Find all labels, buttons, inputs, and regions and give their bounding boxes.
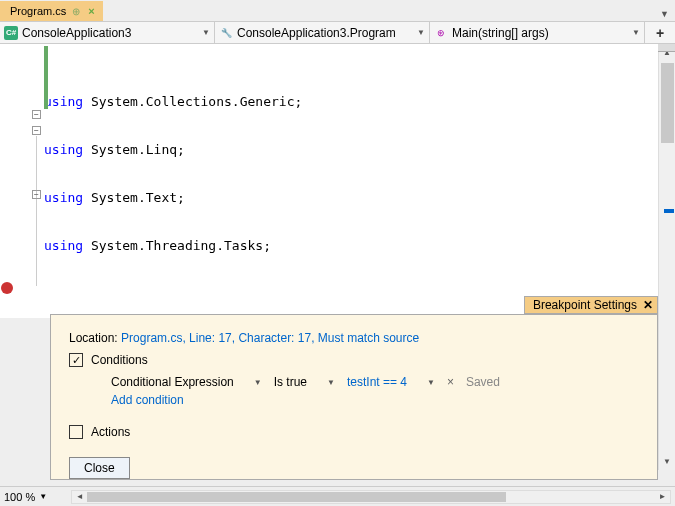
navigation-bar: C# ConsoleApplication3 ▼ 🔧 ConsoleApplic… — [0, 22, 675, 44]
caret-position-marker — [664, 209, 674, 213]
saved-label: Saved — [466, 375, 500, 389]
fold-line — [36, 136, 37, 286]
tab-close-icon[interactable]: × — [86, 5, 96, 17]
breakpoint-marker[interactable] — [1, 282, 13, 294]
nav-project-label: ConsoleApplication3 — [22, 26, 131, 40]
chevron-down-icon: ▼ — [202, 28, 210, 37]
panel-titlebar: Breakpoint Settings ✕ — [524, 296, 658, 314]
horizontal-scrollbar[interactable]: ◄ ► — [71, 490, 671, 504]
condition-row: Conditional Expression▼ Is true▼ testInt… — [111, 375, 639, 389]
chevron-down-icon: ▼ — [427, 378, 435, 387]
csharp-icon: C# — [4, 26, 18, 40]
condition-type-dropdown[interactable]: Conditional Expression▼ — [111, 375, 262, 389]
panel-body: Location: Program.cs, Line: 17, Characte… — [50, 314, 658, 480]
code-area[interactable]: using System.Collections.Generic; using … — [44, 44, 675, 318]
breakpoint-gutter[interactable] — [0, 44, 14, 318]
method-icon: ⊛ — [434, 26, 448, 40]
chevron-down-icon: ▼ — [632, 28, 640, 37]
outline-column: − − − — [14, 44, 44, 318]
scroll-thumb[interactable] — [661, 63, 674, 143]
class-icon: 🔧 — [219, 26, 233, 40]
pin-icon[interactable]: ⊕ — [72, 6, 80, 17]
file-tab[interactable]: Program.cs ⊕ × — [0, 1, 103, 21]
split-handle[interactable] — [658, 44, 675, 52]
chevron-down-icon: ▼ — [254, 378, 262, 387]
condition-expression-field[interactable]: testInt == 4▼ — [347, 375, 435, 389]
fold-toggle[interactable]: − — [32, 190, 41, 199]
close-button[interactable]: Close — [69, 457, 130, 479]
scroll-thumb[interactable] — [87, 492, 506, 502]
status-bar: 100 % ▼ ◄ ► — [0, 486, 675, 506]
conditions-label: Conditions — [91, 353, 148, 367]
chevron-down-icon: ▼ — [417, 28, 425, 37]
fold-toggle[interactable]: − — [32, 126, 41, 135]
location-line: Location: Program.cs, Line: 17, Characte… — [69, 331, 639, 345]
scroll-right-arrow[interactable]: ► — [655, 492, 670, 501]
tab-filename: Program.cs — [10, 5, 66, 17]
actions-checkbox[interactable] — [69, 425, 83, 439]
conditions-checkbox[interactable]: ✓ — [69, 353, 83, 367]
plus-icon: + — [656, 25, 664, 41]
vertical-scrollbar[interactable]: ▲ ▼ — [658, 44, 675, 470]
nav-project-dropdown[interactable]: C# ConsoleApplication3 ▼ — [0, 22, 215, 43]
tab-overflow-icon[interactable]: ▼ — [654, 7, 675, 21]
breakpoint-settings-panel: Breakpoint Settings ✕ Location: Program.… — [0, 296, 658, 480]
zoom-dropdown-icon[interactable]: ▼ — [39, 492, 47, 501]
chevron-down-icon: ▼ — [327, 378, 335, 387]
tab-bar: Program.cs ⊕ × ▼ — [0, 0, 675, 22]
add-condition-link[interactable]: Add condition — [111, 393, 639, 407]
condition-eval-dropdown[interactable]: Is true▼ — [274, 375, 335, 389]
scroll-down-arrow[interactable]: ▼ — [659, 453, 675, 470]
location-label: Location: — [69, 331, 121, 345]
conditions-checkbox-row: ✓ Conditions — [69, 353, 639, 367]
scroll-left-arrow[interactable]: ◄ — [72, 492, 87, 501]
change-indicator — [44, 46, 48, 109]
fold-toggle[interactable]: − — [32, 110, 41, 119]
location-link[interactable]: Program.cs, Line: 17, Character: 17, Mus… — [121, 331, 419, 345]
nav-class-dropdown[interactable]: 🔧 ConsoleApplication3.Program ▼ — [215, 22, 430, 43]
nav-class-label: ConsoleApplication3.Program — [237, 26, 396, 40]
nav-add-button[interactable]: + — [645, 22, 675, 43]
actions-label: Actions — [91, 425, 130, 439]
zoom-level[interactable]: 100 % — [4, 491, 35, 503]
panel-close-icon[interactable]: ✕ — [643, 298, 653, 312]
code-editor[interactable]: − − − using System.Collections.Generic; … — [0, 44, 675, 318]
panel-title-text: Breakpoint Settings — [533, 298, 637, 312]
nav-member-label: Main(string[] args) — [452, 26, 549, 40]
nav-member-dropdown[interactable]: ⊛ Main(string[] args) ▼ — [430, 22, 645, 43]
remove-condition-icon[interactable]: × — [447, 375, 454, 389]
actions-checkbox-row: Actions — [69, 425, 639, 439]
